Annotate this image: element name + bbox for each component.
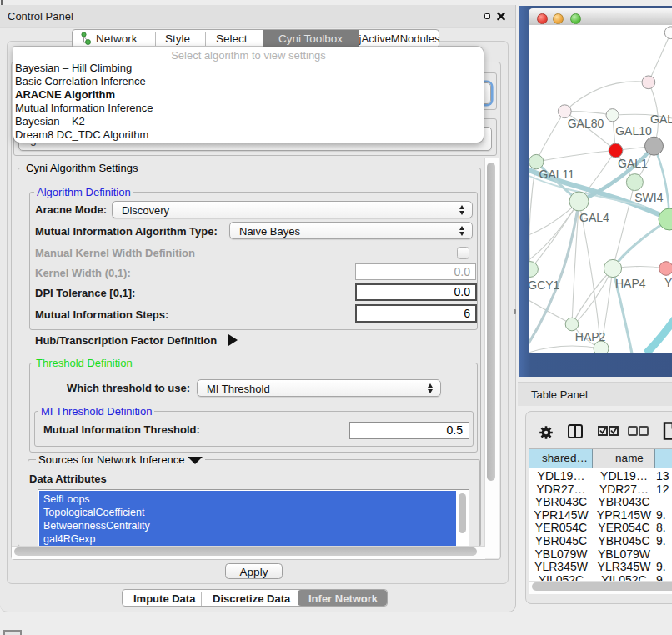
svg-text:GAL4: GAL4 (579, 211, 609, 224)
svg-text:HAP2: HAP2 (575, 330, 606, 343)
svg-text:HAP4: HAP4 (615, 277, 646, 290)
svg-text:GCY1: GCY1 (529, 278, 560, 292)
svg-text:YJR048W: YJR048W (664, 276, 672, 289)
svg-text:GAL1: GAL1 (618, 157, 648, 170)
svg-text:GAL7: GAL7 (650, 112, 672, 126)
svg-text:GAL10: GAL10 (615, 124, 652, 138)
svg-text:GAL11: GAL11 (539, 168, 575, 181)
svg-text:SWI4: SWI4 (634, 191, 663, 204)
svg-text:GAL80: GAL80 (568, 117, 604, 130)
